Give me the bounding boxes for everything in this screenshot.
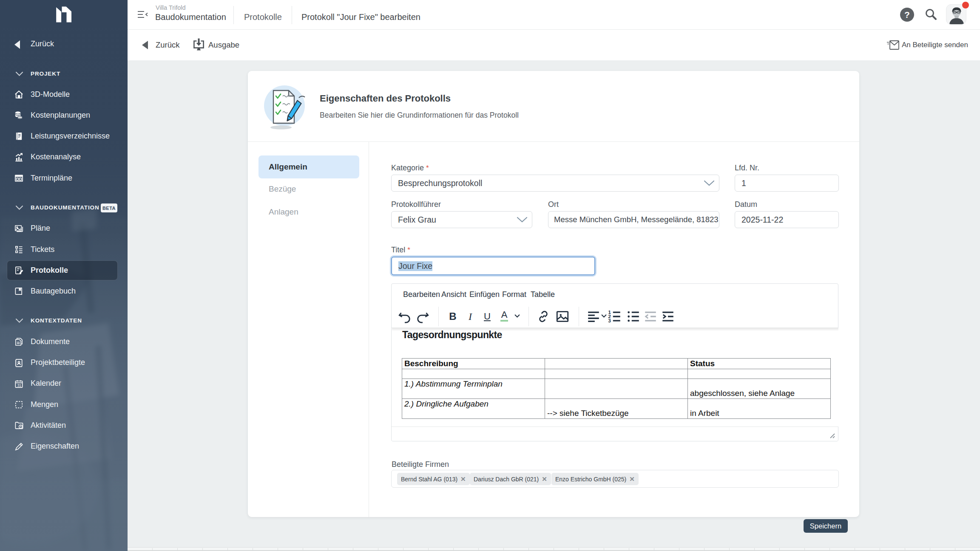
svg-text:3: 3	[608, 318, 611, 323]
svg-text:31: 31	[17, 384, 22, 387]
